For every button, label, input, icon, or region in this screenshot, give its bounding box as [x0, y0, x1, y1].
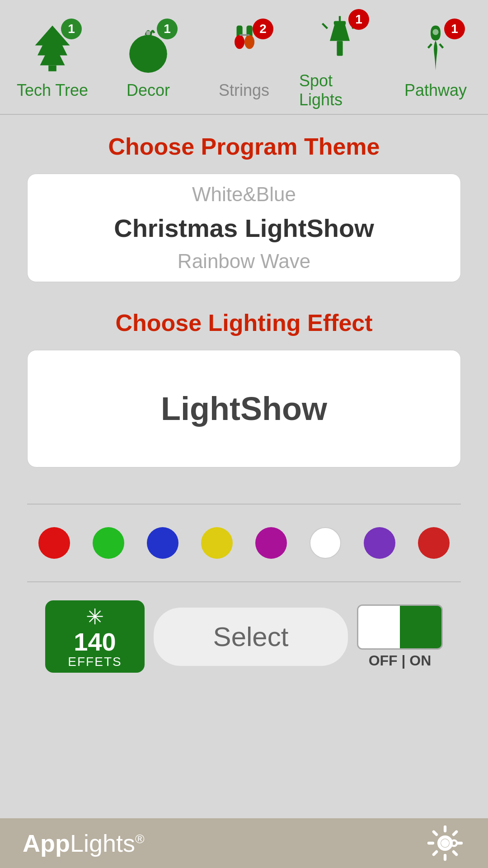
top-nav: 1 Tech Tree 1 Decor 2 String: [0, 0, 488, 115]
svg-point-18: [432, 29, 438, 35]
svg-line-28: [434, 852, 436, 854]
color-dot-magenta[interactable]: [255, 527, 287, 559]
nav-icon-wrap-decor: 1: [119, 19, 178, 77]
nav-label-spot-lights: Spot Lights: [299, 71, 380, 109]
color-dot-red[interactable]: [38, 527, 70, 559]
effect-name: LightShow: [161, 390, 327, 427]
svg-line-17: [440, 44, 443, 48]
bottom-bar: ✳ 140 EFFETS Select OFF | ON: [27, 591, 461, 682]
color-dot-purple[interactable]: [364, 527, 395, 559]
svg-line-13: [323, 24, 328, 28]
footer-logo: AppLights®: [23, 829, 145, 857]
color-dots: [27, 514, 461, 572]
effects-label: EFFETS: [68, 655, 122, 669]
toggle-wrap: OFF | ON: [357, 604, 443, 669]
color-dot-yellow[interactable]: [201, 527, 233, 559]
effects-badge: ✳ 140 EFFETS: [45, 600, 145, 673]
svg-point-29: [441, 839, 449, 847]
svg-rect-10: [337, 41, 343, 56]
gear-svg: [425, 823, 465, 863]
nav-item-decor[interactable]: 1 Decor: [108, 19, 189, 100]
nav-item-strings[interactable]: 2 Strings: [203, 19, 285, 100]
svg-line-27: [454, 832, 456, 835]
effects-icon: ✳: [86, 604, 104, 629]
divider-top: [27, 504, 461, 505]
nav-label-decor: Decor: [127, 81, 170, 100]
nav-icon-wrap-tech-tree: 1: [23, 19, 82, 77]
effect-picker[interactable]: LightShow: [27, 350, 461, 467]
decor-badge: 1: [157, 19, 178, 39]
logo-app: App: [23, 830, 70, 857]
program-theme-title: Choose Program Theme: [27, 133, 461, 160]
theme-option-rainbow[interactable]: Rainbow Wave: [178, 250, 310, 273]
pathway-badge: 1: [444, 19, 465, 39]
nav-icon-wrap-pathway: 1: [406, 19, 465, 77]
color-dot-dark-red[interactable]: [418, 527, 450, 559]
svg-point-7: [235, 35, 244, 49]
svg-line-26: [454, 852, 456, 854]
nav-label-tech-tree: Tech Tree: [17, 81, 88, 100]
on-off-toggle[interactable]: [357, 604, 443, 650]
svg-point-8: [244, 35, 254, 49]
settings-icon[interactable]: [425, 823, 465, 863]
spot-lights-badge: 1: [348, 9, 369, 30]
nav-icon-wrap-spot-lights: 1: [310, 9, 369, 68]
nav-item-pathway[interactable]: 1 Pathway: [395, 19, 476, 100]
logo-reg: ®: [135, 832, 145, 846]
divider-bottom: [27, 581, 461, 582]
color-dot-white[interactable]: [310, 527, 341, 559]
theme-option-white-blue[interactable]: White&Blue: [192, 183, 296, 206]
tech-tree-badge: 1: [61, 19, 82, 39]
nav-icon-wrap-strings: 2: [215, 19, 273, 77]
toggle-label: OFF | ON: [369, 652, 432, 669]
theme-picker[interactable]: White&Blue Christmas LightShow Rainbow W…: [27, 174, 461, 282]
select-button[interactable]: Select: [154, 608, 348, 666]
svg-line-16: [428, 44, 432, 48]
main-content: Choose Program Theme White&Blue Christma…: [0, 115, 488, 818]
strings-badge: 2: [253, 19, 273, 39]
svg-line-25: [434, 832, 436, 835]
toggle-off-half: [358, 606, 400, 648]
svg-rect-4: [146, 31, 150, 35]
nav-label-pathway: Pathway: [404, 81, 467, 100]
nav-item-tech-tree[interactable]: 1 Tech Tree: [12, 19, 93, 100]
effects-count: 140: [74, 629, 116, 655]
nav-label-strings: Strings: [219, 81, 269, 100]
svg-point-2: [129, 35, 167, 73]
theme-option-christmas[interactable]: Christmas LightShow: [114, 213, 374, 243]
color-dot-green[interactable]: [93, 527, 124, 559]
footer: AppLights®: [0, 818, 488, 868]
toggle-on-half: [400, 606, 441, 648]
color-dot-blue[interactable]: [147, 527, 178, 559]
svg-marker-11: [330, 24, 350, 41]
nav-item-spot-lights[interactable]: 1 Spot Lights: [299, 9, 380, 109]
svg-rect-1: [48, 66, 56, 71]
logo-lights: Lights: [70, 830, 135, 857]
lighting-effect-title: Choose Lighting Effect: [27, 309, 461, 336]
